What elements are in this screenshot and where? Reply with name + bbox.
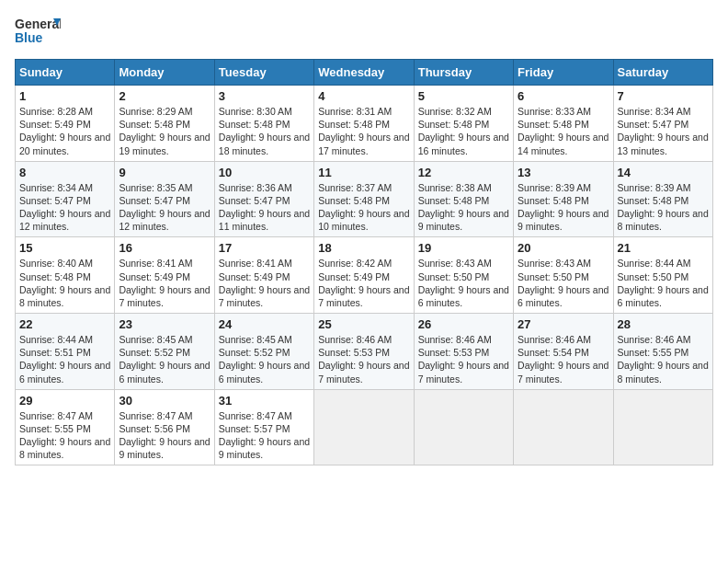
- calendar-cell: 4Sunrise: 8:31 AM Sunset: 5:48 PM Daylig…: [314, 86, 414, 162]
- calendar-week-row: 8Sunrise: 8:34 AM Sunset: 5:47 PM Daylig…: [16, 161, 713, 237]
- calendar-table: SundayMondayTuesdayWednesdayThursdayFrid…: [15, 59, 713, 465]
- header-thursday: Thursday: [414, 60, 513, 86]
- day-number: 30: [119, 394, 210, 408]
- calendar-cell: 7Sunrise: 8:34 AM Sunset: 5:47 PM Daylig…: [613, 86, 712, 162]
- day-number: 10: [219, 166, 310, 179]
- day-number: 13: [518, 166, 609, 179]
- day-info: Sunrise: 8:46 AM Sunset: 5:53 PM Dayligh…: [318, 333, 409, 385]
- calendar-cell: 26Sunrise: 8:46 AM Sunset: 5:53 PM Dayli…: [414, 314, 513, 390]
- calendar-cell: 13Sunrise: 8:39 AM Sunset: 5:48 PM Dayli…: [514, 161, 613, 237]
- calendar-cell: 12Sunrise: 8:38 AM Sunset: 5:48 PM Dayli…: [414, 161, 513, 237]
- calendar-cell: 19Sunrise: 8:43 AM Sunset: 5:50 PM Dayli…: [414, 237, 513, 314]
- calendar-week-row: 22Sunrise: 8:44 AM Sunset: 5:51 PM Dayli…: [16, 314, 713, 390]
- calendar-cell: 21Sunrise: 8:44 AM Sunset: 5:50 PM Dayli…: [613, 237, 712, 314]
- day-info: Sunrise: 8:36 AM Sunset: 5:47 PM Dayligh…: [219, 181, 310, 234]
- calendar-cell: 29Sunrise: 8:47 AM Sunset: 5:55 PM Dayli…: [16, 389, 115, 465]
- day-number: 27: [518, 317, 609, 331]
- calendar-cell: 31Sunrise: 8:47 AM Sunset: 5:57 PM Dayli…: [214, 389, 313, 465]
- day-info: Sunrise: 8:34 AM Sunset: 5:47 PM Dayligh…: [618, 105, 709, 157]
- calendar-cell: 25Sunrise: 8:46 AM Sunset: 5:53 PM Dayli…: [314, 314, 414, 390]
- day-info: Sunrise: 8:46 AM Sunset: 5:54 PM Dayligh…: [518, 333, 609, 385]
- day-number: 16: [119, 241, 210, 255]
- day-info: Sunrise: 8:32 AM Sunset: 5:48 PM Dayligh…: [418, 105, 509, 157]
- day-number: 6: [518, 89, 609, 103]
- day-info: Sunrise: 8:41 AM Sunset: 5:49 PM Dayligh…: [119, 257, 210, 309]
- day-info: Sunrise: 8:46 AM Sunset: 5:53 PM Dayligh…: [418, 333, 509, 385]
- day-number: 12: [418, 166, 509, 179]
- day-number: 17: [219, 241, 310, 255]
- svg-text:Blue: Blue: [15, 30, 43, 45]
- day-number: 29: [19, 394, 110, 408]
- day-number: 23: [119, 317, 210, 331]
- calendar-cell: 17Sunrise: 8:41 AM Sunset: 5:49 PM Dayli…: [214, 237, 313, 314]
- calendar-cell: 10Sunrise: 8:36 AM Sunset: 5:47 PM Dayli…: [214, 161, 313, 237]
- day-info: Sunrise: 8:31 AM Sunset: 5:48 PM Dayligh…: [318, 105, 409, 157]
- calendar-cell: 16Sunrise: 8:41 AM Sunset: 5:49 PM Dayli…: [115, 237, 214, 314]
- calendar-cell: 20Sunrise: 8:43 AM Sunset: 5:50 PM Dayli…: [514, 237, 613, 314]
- calendar-cell: 27Sunrise: 8:46 AM Sunset: 5:54 PM Dayli…: [514, 314, 613, 390]
- logo: General Blue: [15, 15, 61, 52]
- day-info: Sunrise: 8:38 AM Sunset: 5:48 PM Dayligh…: [418, 181, 509, 234]
- day-info: Sunrise: 8:30 AM Sunset: 5:48 PM Dayligh…: [219, 105, 310, 157]
- day-info: Sunrise: 8:37 AM Sunset: 5:48 PM Dayligh…: [318, 181, 409, 234]
- calendar-cell: 14Sunrise: 8:39 AM Sunset: 5:48 PM Dayli…: [613, 161, 712, 237]
- calendar-week-row: 15Sunrise: 8:40 AM Sunset: 5:48 PM Dayli…: [16, 237, 713, 314]
- day-info: Sunrise: 8:39 AM Sunset: 5:48 PM Dayligh…: [518, 181, 609, 234]
- day-info: Sunrise: 8:33 AM Sunset: 5:48 PM Dayligh…: [518, 105, 609, 157]
- day-info: Sunrise: 8:43 AM Sunset: 5:50 PM Dayligh…: [418, 257, 509, 309]
- calendar-cell: 28Sunrise: 8:46 AM Sunset: 5:55 PM Dayli…: [613, 314, 712, 390]
- day-info: Sunrise: 8:41 AM Sunset: 5:49 PM Dayligh…: [219, 257, 310, 309]
- header-monday: Monday: [115, 60, 214, 86]
- calendar-cell: [414, 389, 513, 465]
- day-number: 8: [19, 166, 110, 179]
- calendar-cell: 15Sunrise: 8:40 AM Sunset: 5:48 PM Dayli…: [16, 237, 115, 314]
- calendar-cell: 30Sunrise: 8:47 AM Sunset: 5:56 PM Dayli…: [115, 389, 214, 465]
- day-number: 25: [318, 317, 409, 331]
- logo-svg: General Blue: [15, 15, 61, 52]
- day-number: 24: [219, 317, 310, 331]
- calendar-cell: 6Sunrise: 8:33 AM Sunset: 5:48 PM Daylig…: [514, 86, 613, 162]
- day-info: Sunrise: 8:45 AM Sunset: 5:52 PM Dayligh…: [219, 333, 310, 385]
- day-info: Sunrise: 8:40 AM Sunset: 5:48 PM Dayligh…: [19, 257, 110, 309]
- day-number: 11: [318, 166, 409, 179]
- day-number: 21: [618, 241, 709, 255]
- day-info: Sunrise: 8:47 AM Sunset: 5:55 PM Dayligh…: [19, 409, 110, 462]
- calendar-cell: 11Sunrise: 8:37 AM Sunset: 5:48 PM Dayli…: [314, 161, 414, 237]
- calendar-cell: 9Sunrise: 8:35 AM Sunset: 5:47 PM Daylig…: [115, 161, 214, 237]
- calendar-cell: 22Sunrise: 8:44 AM Sunset: 5:51 PM Dayli…: [16, 314, 115, 390]
- day-number: 15: [19, 241, 110, 255]
- day-info: Sunrise: 8:43 AM Sunset: 5:50 PM Dayligh…: [518, 257, 609, 309]
- day-number: 2: [119, 89, 210, 103]
- page-header: General Blue: [15, 15, 713, 52]
- day-info: Sunrise: 8:45 AM Sunset: 5:52 PM Dayligh…: [119, 333, 210, 385]
- calendar-cell: 2Sunrise: 8:29 AM Sunset: 5:48 PM Daylig…: [115, 86, 214, 162]
- calendar-cell: [514, 389, 613, 465]
- day-number: 1: [19, 89, 110, 103]
- day-info: Sunrise: 8:46 AM Sunset: 5:55 PM Dayligh…: [618, 333, 709, 385]
- calendar-cell: [613, 389, 712, 465]
- calendar-cell: 1Sunrise: 8:28 AM Sunset: 5:49 PM Daylig…: [16, 86, 115, 162]
- calendar-week-row: 29Sunrise: 8:47 AM Sunset: 5:55 PM Dayli…: [16, 389, 713, 465]
- calendar-cell: 23Sunrise: 8:45 AM Sunset: 5:52 PM Dayli…: [115, 314, 214, 390]
- day-number: 20: [518, 241, 609, 255]
- day-number: 4: [318, 89, 409, 103]
- day-number: 3: [219, 89, 310, 103]
- day-number: 9: [119, 166, 210, 179]
- day-info: Sunrise: 8:44 AM Sunset: 5:51 PM Dayligh…: [19, 333, 110, 385]
- day-number: 31: [219, 394, 310, 408]
- calendar-cell: 24Sunrise: 8:45 AM Sunset: 5:52 PM Dayli…: [214, 314, 313, 390]
- day-info: Sunrise: 8:44 AM Sunset: 5:50 PM Dayligh…: [618, 257, 709, 309]
- calendar-cell: 18Sunrise: 8:42 AM Sunset: 5:49 PM Dayli…: [314, 237, 414, 314]
- day-number: 28: [618, 317, 709, 331]
- header-saturday: Saturday: [613, 60, 712, 86]
- day-number: 19: [418, 241, 509, 255]
- calendar-cell: 3Sunrise: 8:30 AM Sunset: 5:48 PM Daylig…: [214, 86, 313, 162]
- day-info: Sunrise: 8:47 AM Sunset: 5:57 PM Dayligh…: [219, 409, 310, 462]
- day-info: Sunrise: 8:29 AM Sunset: 5:48 PM Dayligh…: [119, 105, 210, 157]
- header-friday: Friday: [514, 60, 613, 86]
- day-number: 26: [418, 317, 509, 331]
- header-wednesday: Wednesday: [314, 60, 414, 86]
- day-info: Sunrise: 8:47 AM Sunset: 5:56 PM Dayligh…: [119, 409, 210, 462]
- day-number: 14: [618, 166, 709, 179]
- calendar-cell: 5Sunrise: 8:32 AM Sunset: 5:48 PM Daylig…: [414, 86, 513, 162]
